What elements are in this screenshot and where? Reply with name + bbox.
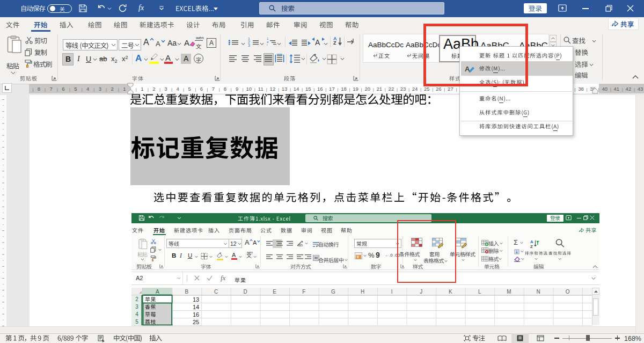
svg-text:N: N: [536, 289, 540, 295]
svg-text:|: |: [634, 87, 635, 92]
svg-text:15: 15: [305, 86, 311, 92]
svg-text:4: 4: [86, 86, 89, 92]
svg-text:H: H: [361, 289, 364, 295]
svg-text:42: 42: [626, 86, 632, 92]
svg-text:|: |: [325, 87, 326, 92]
svg-text:|: |: [290, 87, 291, 92]
svg-text:|: |: [183, 87, 184, 92]
svg-text:11: 11: [258, 86, 264, 92]
svg-text:19: 19: [353, 86, 358, 92]
svg-text:I: I: [391, 289, 393, 295]
svg-text:|: |: [420, 87, 421, 92]
svg-text:7: 7: [212, 86, 215, 92]
svg-text:Z: Z: [530, 244, 533, 249]
svg-text:M: M: [507, 289, 511, 295]
svg-text:2: 2: [152, 86, 155, 92]
svg-text:14: 14: [294, 86, 299, 92]
svg-text:|: |: [373, 87, 374, 92]
svg-text:25: 25: [193, 319, 199, 325]
svg-text:|: |: [278, 87, 279, 92]
svg-text:E: E: [273, 289, 276, 295]
svg-text:A: A: [156, 289, 159, 295]
svg-text:13: 13: [193, 296, 199, 303]
svg-text:|: |: [337, 87, 338, 92]
svg-text:|: |: [243, 87, 244, 92]
svg-text:9: 9: [236, 86, 238, 92]
svg-text:|: |: [195, 87, 196, 92]
svg-text:21: 21: [377, 86, 383, 92]
svg-text:|: |: [231, 87, 232, 92]
svg-text:40: 40: [602, 86, 608, 92]
svg-text:G: G: [331, 289, 335, 295]
svg-text:25: 25: [424, 86, 430, 92]
svg-text:4: 4: [135, 311, 138, 317]
svg-text:6: 6: [62, 86, 64, 92]
svg-text:B: B: [185, 289, 189, 295]
svg-text:|: |: [266, 87, 267, 92]
svg-text:|: |: [118, 87, 119, 92]
svg-text:5: 5: [135, 319, 138, 325]
svg-text:6: 6: [200, 86, 203, 92]
svg-text:|: |: [444, 87, 445, 92]
svg-text:|: |: [148, 87, 149, 92]
svg-text:26: 26: [436, 86, 442, 92]
svg-text:18: 18: [341, 86, 347, 92]
svg-text:A: A: [530, 239, 533, 244]
svg-text:23: 23: [400, 86, 406, 92]
svg-text:|: |: [397, 87, 398, 92]
svg-text:16: 16: [193, 311, 199, 318]
svg-text:8: 8: [224, 86, 226, 92]
svg-text:|: |: [349, 87, 350, 92]
svg-text:1: 1: [141, 86, 143, 92]
svg-text:L: L: [478, 289, 481, 295]
svg-text:|: |: [302, 87, 303, 92]
svg-text:3: 3: [164, 86, 167, 92]
svg-text:|: |: [32, 87, 33, 92]
svg-text:|: |: [610, 87, 611, 92]
svg-text:|: |: [385, 87, 386, 92]
svg-text:3: 3: [99, 86, 101, 92]
svg-text:|: |: [69, 87, 70, 92]
svg-text:|: |: [574, 87, 575, 92]
svg-text:2: 2: [135, 296, 138, 302]
svg-text:17: 17: [329, 86, 335, 92]
svg-text:K: K: [449, 289, 452, 295]
svg-text:|: |: [106, 87, 107, 92]
svg-text:7: 7: [50, 86, 53, 92]
svg-text:D: D: [243, 289, 247, 295]
svg-text:5: 5: [188, 86, 191, 92]
svg-text:|: |: [622, 87, 623, 92]
svg-text:¥: ¥: [356, 254, 360, 259]
svg-text:10: 10: [246, 86, 252, 92]
svg-text:|: |: [408, 87, 409, 92]
svg-text:14: 14: [193, 304, 199, 310]
svg-text:J: J: [420, 289, 422, 295]
svg-text:1: 1: [123, 86, 126, 92]
svg-text:20: 20: [364, 86, 370, 92]
svg-text:43: 43: [638, 86, 643, 92]
svg-text:|: |: [57, 87, 58, 92]
svg-text:C: C: [214, 289, 218, 295]
svg-text:24: 24: [412, 86, 418, 92]
svg-text:22: 22: [389, 86, 394, 92]
svg-text:|: |: [361, 87, 362, 92]
svg-text:13: 13: [282, 86, 288, 92]
svg-text:ab: ab: [298, 243, 303, 247]
svg-text:|: |: [159, 87, 160, 92]
svg-text:27: 27: [448, 86, 453, 92]
svg-text:41: 41: [614, 86, 620, 92]
svg-text:|: |: [313, 87, 314, 92]
svg-text:|: |: [45, 87, 46, 92]
svg-text:|: |: [93, 87, 94, 92]
svg-text:|: |: [456, 87, 457, 92]
svg-text:16: 16: [317, 86, 323, 92]
svg-text:|: |: [587, 87, 588, 92]
svg-text:|: |: [207, 87, 208, 92]
svg-text:|: |: [171, 87, 172, 92]
svg-text:4: 4: [176, 86, 179, 92]
svg-text:|: |: [81, 87, 82, 92]
svg-text:38: 38: [578, 86, 584, 92]
svg-text:|: |: [432, 87, 433, 92]
svg-text:5: 5: [74, 86, 77, 92]
svg-text:8: 8: [38, 86, 40, 92]
